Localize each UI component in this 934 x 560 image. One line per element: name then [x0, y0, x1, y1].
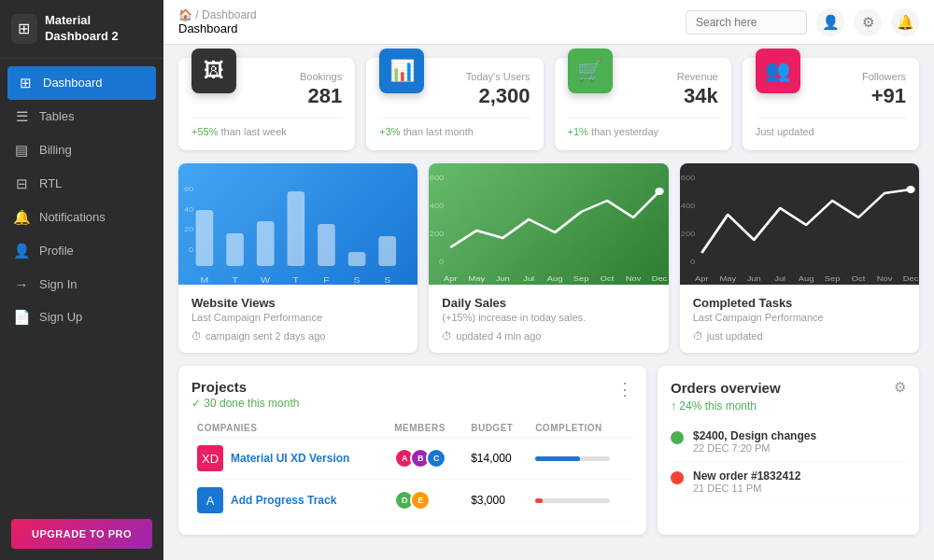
svg-text:Sep: Sep [825, 274, 841, 283]
nav-label-billing: Billing [39, 143, 72, 157]
projects-done: ✓ 30 done this month [191, 397, 299, 410]
project-budget-2: $3,000 [465, 480, 530, 522]
chart-sales-footer: ⏱ updated 4 min ago [442, 330, 655, 342]
users-trend-label: than last month [403, 126, 474, 137]
line-chart-green-svg: 600 400 200 0 Apr May Jun Jul Aug [429, 163, 668, 285]
notifications-icon: 🔔 [13, 209, 30, 226]
projects-menu-icon[interactable]: ⋮ [616, 379, 633, 399]
projects-title: Projects [191, 379, 299, 395]
chart-blue-area: M T W T F S S 60 40 20 0 [178, 163, 417, 285]
orders-growth: ↑ 24% this month [671, 399, 906, 413]
account-icon[interactable]: 👤 [816, 8, 844, 36]
nav-label-tables: Tables [39, 109, 75, 123]
breadcrumb-page: Dashboard [202, 8, 257, 21]
order-date-1: 22 DEC 7:20 PM [693, 442, 816, 454]
users-trend: +3% [379, 126, 400, 137]
project-members-1: A B C [389, 438, 465, 480]
stat-bookings: 🖼 Bookings 281 +55% than last week [178, 58, 355, 150]
svg-text:Oct: Oct [852, 274, 866, 283]
svg-text:400: 400 [430, 202, 445, 210]
svg-rect-5 [348, 252, 366, 266]
sidebar-item-signin[interactable]: → Sign In [0, 268, 163, 301]
upgrade-button[interactable]: UPGRADE TO PRO [11, 519, 152, 549]
svg-rect-6 [378, 236, 396, 266]
project-icon-a: A [197, 487, 223, 513]
svg-text:T: T [232, 275, 237, 285]
project-completion-2 [530, 480, 633, 522]
order-details-2: New order #1832412 21 DEC 11 PM [693, 469, 800, 494]
line-chart-dark-svg: 600 400 200 0 Apr May Jun Jul Aug [680, 163, 919, 285]
upgrade-section: UPGRADE TO PRO [0, 508, 163, 560]
nav-label-dashboard: Dashboard [43, 76, 103, 90]
sidebar-logo: ⊞ Material Dashboard 2 [0, 0, 163, 59]
projects-card: Projects ✓ 30 done this month ⋮ COMPANIE… [178, 366, 646, 535]
nav-label-rtl: RTL [39, 176, 62, 190]
stat-revenue: 🛒 Revenue 34k +1% than yesterday [555, 58, 731, 150]
chart-website-footer-text: campaign sent 2 days ago [205, 330, 325, 342]
nav-label-signin: Sign In [39, 277, 77, 291]
order-dot-2 [671, 471, 684, 484]
search-input[interactable] [686, 10, 807, 35]
orders-card: Orders overview ⚙ ↑ 24% this month $2400… [658, 366, 919, 535]
chart-sales-title: Daily Sales [442, 296, 655, 310]
chart-website-subtitle: Last Campaign Performance [191, 312, 404, 323]
chart-tasks-info: Completed Tasks Last Campaign Performanc… [680, 285, 919, 353]
svg-rect-1 [226, 233, 244, 266]
svg-text:M: M [201, 275, 209, 285]
svg-text:20: 20 [184, 225, 194, 233]
svg-point-36 [906, 186, 914, 193]
chart-website-title: Website Views [191, 296, 404, 310]
projects-table: COMPANIES MEMBERS BUDGET COMPLETION XD M… [191, 419, 633, 522]
sidebar-item-notifications[interactable]: 🔔 Notifications [0, 201, 163, 234]
sidebar-item-signup[interactable]: 📄 Sign Up [0, 301, 163, 334]
avatar-3: C [426, 448, 446, 469]
sidebar-item-tables[interactable]: ☰ Tables [0, 100, 163, 133]
charts-row: M T W T F S S 60 40 20 0 [178, 163, 919, 353]
svg-text:0: 0 [189, 245, 193, 254]
users-footer: +3% than last month [379, 118, 530, 137]
chart-daily-sales: 600 400 200 0 Apr May Jun Jul Aug [429, 163, 668, 353]
stat-followers: 👥 Followers +91 Just updated [743, 58, 919, 150]
dashboard-icon: ⊞ [17, 75, 34, 91]
avatar-5: E [410, 490, 431, 511]
users-icon: 📊 [379, 49, 424, 93]
svg-text:0: 0 [690, 258, 695, 266]
project-members-2: D E [389, 480, 465, 522]
svg-text:Aug: Aug [547, 274, 563, 283]
chart-sales-footer-text: updated 4 min ago [456, 330, 541, 342]
breadcrumb-home: 🏠 [178, 8, 192, 21]
settings-icon[interactable]: ⚙ [854, 8, 882, 36]
bell-icon[interactable]: 🔔 [891, 8, 919, 36]
chart-website-views: M T W T F S S 60 40 20 0 [178, 163, 417, 353]
order-name-2: New order #1832412 [693, 469, 800, 483]
svg-text:Jun: Jun [496, 274, 510, 283]
header-right: 👤 ⚙ 🔔 [686, 8, 919, 36]
order-item-2: New order #1832412 21 DEC 11 PM [671, 462, 906, 502]
svg-text:40: 40 [184, 205, 194, 214]
sidebar-item-profile[interactable]: 👤 Profile [0, 234, 163, 268]
sidebar-nav: ⊞ Dashboard ☰ Tables ▤ Billing ⊟ RTL 🔔 N… [0, 59, 163, 508]
rtl-icon: ⊟ [13, 175, 30, 192]
revenue-footer: +1% than yesterday [568, 118, 718, 137]
chart-tasks-footer-text: just updated [707, 330, 763, 342]
svg-text:200: 200 [430, 230, 445, 238]
orders-settings-icon[interactable]: ⚙ [894, 379, 906, 396]
svg-text:Jul: Jul [524, 274, 535, 283]
sidebar-item-billing[interactable]: ▤ Billing [0, 133, 163, 167]
billing-icon: ▤ [13, 142, 30, 159]
signup-icon: 📄 [13, 309, 30, 326]
svg-rect-2 [257, 221, 275, 266]
svg-text:Nov: Nov [876, 274, 892, 283]
bookings-icon: 🖼 [191, 49, 236, 93]
main-content: 🏠 / Dashboard Dashboard 👤 ⚙ 🔔 🖼 Bookings… [163, 0, 934, 560]
sidebar-item-rtl[interactable]: ⊟ RTL [0, 167, 163, 201]
header: 🏠 / Dashboard Dashboard 👤 ⚙ 🔔 [163, 0, 934, 45]
bookings-trend: +55% [191, 126, 218, 137]
sidebar-item-dashboard[interactable]: ⊞ Dashboard [7, 66, 156, 100]
revenue-trend-label: than yesterday [591, 126, 658, 137]
projects-header: Projects ✓ 30 done this month ⋮ [191, 379, 633, 410]
dashboard-content: 🖼 Bookings 281 +55% than last week 📊 Tod… [163, 45, 934, 560]
svg-text:S: S [354, 275, 361, 285]
nav-label-signup: Sign Up [39, 310, 82, 324]
followers-footer: Just updated [756, 118, 906, 137]
